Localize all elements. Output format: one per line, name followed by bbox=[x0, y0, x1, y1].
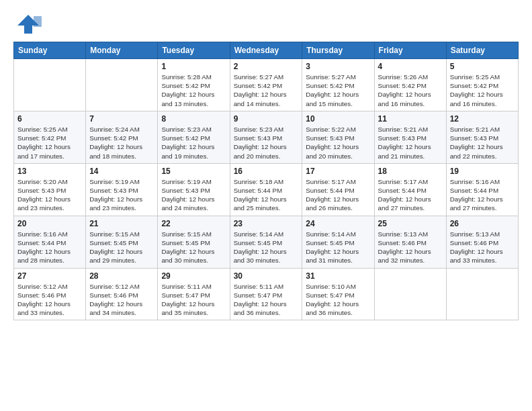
day-info: Sunrise: 5:19 AMSunset: 5:43 PMDaylight:… bbox=[161, 177, 226, 213]
day-info: Sunrise: 5:24 AMSunset: 5:42 PMDaylight:… bbox=[89, 125, 154, 161]
day-cell: 28Sunrise: 5:12 AMSunset: 5:46 PMDayligh… bbox=[86, 268, 158, 320]
day-info: Sunrise: 5:27 AMSunset: 5:42 PMDaylight:… bbox=[306, 73, 370, 108]
day-cell: 10Sunrise: 5:22 AMSunset: 5:43 PMDayligh… bbox=[302, 111, 374, 163]
day-number: 3 bbox=[306, 62, 370, 71]
day-cell: 27Sunrise: 5:12 AMSunset: 5:46 PMDayligh… bbox=[14, 268, 86, 320]
day-cell: 24Sunrise: 5:14 AMSunset: 5:45 PMDayligh… bbox=[302, 216, 374, 268]
day-info: Sunrise: 5:25 AMSunset: 5:42 PMDaylight:… bbox=[17, 125, 82, 161]
day-info: Sunrise: 5:10 AMSunset: 5:47 PMDaylight:… bbox=[306, 282, 370, 318]
day-cell bbox=[446, 268, 518, 320]
day-cell: 1Sunrise: 5:28 AMSunset: 5:42 PMDaylight… bbox=[158, 59, 230, 111]
weekday-header-sunday: Sunday bbox=[14, 42, 86, 59]
weekday-header-friday: Friday bbox=[374, 42, 446, 59]
day-info: Sunrise: 5:17 AMSunset: 5:44 PMDaylight:… bbox=[306, 177, 370, 213]
logo bbox=[13, 12, 44, 36]
day-cell: 15Sunrise: 5:19 AMSunset: 5:43 PMDayligh… bbox=[158, 163, 230, 216]
day-info: Sunrise: 5:23 AMSunset: 5:43 PMDaylight:… bbox=[234, 125, 299, 161]
day-info: Sunrise: 5:16 AMSunset: 5:44 PMDaylight:… bbox=[450, 177, 515, 213]
day-cell: 18Sunrise: 5:17 AMSunset: 5:44 PMDayligh… bbox=[374, 163, 446, 216]
day-number: 5 bbox=[450, 62, 515, 71]
header bbox=[13, 12, 519, 36]
day-info: Sunrise: 5:17 AMSunset: 5:44 PMDaylight:… bbox=[378, 177, 443, 213]
day-number: 25 bbox=[378, 219, 443, 228]
day-cell: 17Sunrise: 5:17 AMSunset: 5:44 PMDayligh… bbox=[302, 163, 374, 216]
day-cell bbox=[374, 268, 446, 320]
day-info: Sunrise: 5:27 AMSunset: 5:42 PMDaylight:… bbox=[234, 73, 299, 108]
day-cell: 2Sunrise: 5:27 AMSunset: 5:42 PMDaylight… bbox=[230, 59, 302, 111]
day-info: Sunrise: 5:15 AMSunset: 5:45 PMDaylight:… bbox=[161, 230, 226, 265]
weekday-header-saturday: Saturday bbox=[446, 42, 518, 59]
day-info: Sunrise: 5:28 AMSunset: 5:42 PMDaylight:… bbox=[161, 73, 226, 108]
day-number: 31 bbox=[306, 271, 370, 281]
day-cell bbox=[86, 59, 158, 111]
day-info: Sunrise: 5:20 AMSunset: 5:43 PMDaylight:… bbox=[17, 177, 82, 213]
day-number: 26 bbox=[450, 219, 515, 228]
day-info: Sunrise: 5:16 AMSunset: 5:44 PMDaylight:… bbox=[17, 230, 82, 265]
day-info: Sunrise: 5:14 AMSunset: 5:45 PMDaylight:… bbox=[234, 230, 299, 265]
day-info: Sunrise: 5:12 AMSunset: 5:46 PMDaylight:… bbox=[17, 282, 82, 318]
day-cell: 30Sunrise: 5:11 AMSunset: 5:47 PMDayligh… bbox=[230, 268, 302, 320]
week-row-5: 27Sunrise: 5:12 AMSunset: 5:46 PMDayligh… bbox=[14, 268, 519, 320]
day-info: Sunrise: 5:14 AMSunset: 5:45 PMDaylight:… bbox=[306, 230, 370, 265]
svg-marker-2 bbox=[34, 16, 42, 27]
day-cell: 31Sunrise: 5:10 AMSunset: 5:47 PMDayligh… bbox=[302, 268, 374, 320]
day-info: Sunrise: 5:25 AMSunset: 5:42 PMDaylight:… bbox=[450, 73, 515, 108]
day-number: 4 bbox=[378, 62, 443, 71]
day-number: 6 bbox=[17, 114, 82, 124]
day-cell: 11Sunrise: 5:21 AMSunset: 5:43 PMDayligh… bbox=[374, 111, 446, 163]
week-row-1: 1Sunrise: 5:28 AMSunset: 5:42 PMDaylight… bbox=[14, 59, 519, 111]
day-number: 20 bbox=[17, 219, 82, 228]
day-number: 30 bbox=[234, 271, 299, 281]
day-info: Sunrise: 5:22 AMSunset: 5:43 PMDaylight:… bbox=[306, 125, 370, 161]
day-cell: 14Sunrise: 5:19 AMSunset: 5:43 PMDayligh… bbox=[86, 163, 158, 216]
day-info: Sunrise: 5:11 AMSunset: 5:47 PMDaylight:… bbox=[161, 282, 226, 318]
day-number: 1 bbox=[161, 62, 226, 71]
day-cell: 12Sunrise: 5:21 AMSunset: 5:43 PMDayligh… bbox=[446, 111, 518, 163]
day-cell: 21Sunrise: 5:15 AMSunset: 5:45 PMDayligh… bbox=[86, 216, 158, 268]
week-row-2: 6Sunrise: 5:25 AMSunset: 5:42 PMDaylight… bbox=[14, 111, 519, 163]
day-number: 14 bbox=[89, 167, 154, 176]
weekday-header-wednesday: Wednesday bbox=[230, 42, 302, 59]
day-info: Sunrise: 5:11 AMSunset: 5:47 PMDaylight:… bbox=[234, 282, 299, 318]
day-cell: 13Sunrise: 5:20 AMSunset: 5:43 PMDayligh… bbox=[14, 163, 86, 216]
week-row-4: 20Sunrise: 5:16 AMSunset: 5:44 PMDayligh… bbox=[14, 216, 519, 268]
day-cell: 6Sunrise: 5:25 AMSunset: 5:42 PMDaylight… bbox=[14, 111, 86, 163]
day-number: 7 bbox=[89, 114, 154, 124]
day-info: Sunrise: 5:12 AMSunset: 5:46 PMDaylight:… bbox=[89, 282, 154, 318]
day-cell: 19Sunrise: 5:16 AMSunset: 5:44 PMDayligh… bbox=[446, 163, 518, 216]
day-number: 17 bbox=[306, 167, 370, 176]
day-cell: 7Sunrise: 5:24 AMSunset: 5:42 PMDaylight… bbox=[86, 111, 158, 163]
day-number: 23 bbox=[234, 219, 299, 228]
day-info: Sunrise: 5:13 AMSunset: 5:46 PMDaylight:… bbox=[450, 230, 515, 265]
day-cell bbox=[14, 59, 86, 111]
weekday-header-row: SundayMondayTuesdayWednesdayThursdayFrid… bbox=[14, 42, 519, 59]
calendar: SundayMondayTuesdayWednesdayThursdayFrid… bbox=[13, 42, 519, 320]
day-cell: 4Sunrise: 5:26 AMSunset: 5:42 PMDaylight… bbox=[374, 59, 446, 111]
day-number: 12 bbox=[450, 114, 515, 124]
day-info: Sunrise: 5:23 AMSunset: 5:42 PMDaylight:… bbox=[161, 125, 226, 161]
day-info: Sunrise: 5:18 AMSunset: 5:44 PMDaylight:… bbox=[234, 177, 299, 213]
day-number: 19 bbox=[450, 167, 515, 176]
day-number: 27 bbox=[17, 271, 82, 281]
day-number: 2 bbox=[234, 62, 299, 71]
day-cell: 20Sunrise: 5:16 AMSunset: 5:44 PMDayligh… bbox=[14, 216, 86, 268]
day-cell: 26Sunrise: 5:13 AMSunset: 5:46 PMDayligh… bbox=[446, 216, 518, 268]
day-cell: 8Sunrise: 5:23 AMSunset: 5:42 PMDaylight… bbox=[158, 111, 230, 163]
day-cell: 25Sunrise: 5:13 AMSunset: 5:46 PMDayligh… bbox=[374, 216, 446, 268]
day-info: Sunrise: 5:13 AMSunset: 5:46 PMDaylight:… bbox=[378, 230, 443, 265]
page: SundayMondayTuesdayWednesdayThursdayFrid… bbox=[0, 0, 532, 327]
day-number: 15 bbox=[161, 167, 226, 176]
day-info: Sunrise: 5:15 AMSunset: 5:45 PMDaylight:… bbox=[89, 230, 154, 265]
day-number: 16 bbox=[234, 167, 299, 176]
day-info: Sunrise: 5:19 AMSunset: 5:43 PMDaylight:… bbox=[89, 177, 154, 213]
day-number: 21 bbox=[89, 219, 154, 228]
day-number: 29 bbox=[161, 271, 226, 281]
day-number: 13 bbox=[17, 167, 82, 176]
day-info: Sunrise: 5:21 AMSunset: 5:43 PMDaylight:… bbox=[450, 125, 515, 161]
day-info: Sunrise: 5:26 AMSunset: 5:42 PMDaylight:… bbox=[378, 73, 443, 108]
day-number: 9 bbox=[234, 114, 299, 124]
day-number: 22 bbox=[161, 219, 226, 228]
day-number: 18 bbox=[378, 167, 443, 176]
day-number: 8 bbox=[161, 114, 226, 124]
day-number: 24 bbox=[306, 219, 370, 228]
